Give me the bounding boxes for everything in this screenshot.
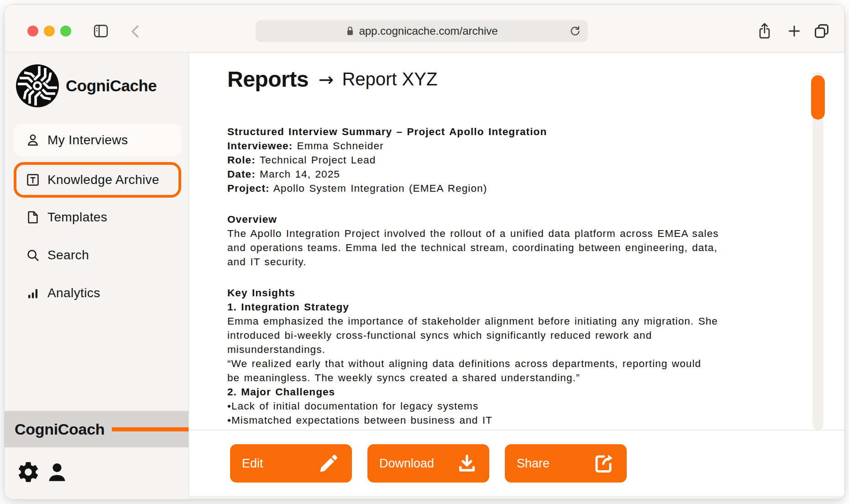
sidebar-item-label: Search [47, 248, 89, 262]
download-button[interactable]: Download [367, 444, 489, 483]
doc-text-segment: Emma emphasized the importance of stakeh… [227, 315, 718, 327]
sidebar: CogniCache My Interviews [5, 53, 189, 499]
close-window-button[interactable] [27, 26, 38, 37]
sidebar-toggle-icon[interactable] [93, 24, 109, 38]
doc-line: Date: March 14, 2025 [227, 167, 798, 181]
reload-icon[interactable] [569, 25, 582, 37]
person-icon [26, 133, 40, 147]
doc-text-segment: Interviewee: [227, 140, 293, 152]
sidebar-item-label: Knowledge Archive [47, 173, 159, 187]
doc-line: Project: Apollo System Integration (EMEA… [227, 181, 798, 195]
doc-text-segment: Emma Schneider [293, 140, 383, 152]
doc-line: introduced bi-weekly cross-functional sy… [227, 328, 798, 342]
minimize-window-button[interactable] [44, 26, 55, 37]
sidebar-item-label: Analytics [47, 286, 100, 300]
breadcrumb-arrow-icon: → [319, 69, 334, 90]
share-button[interactable]: Share [505, 444, 627, 483]
doc-line: and operations teams. Emma led the techn… [227, 241, 798, 255]
doc-blank-line [227, 195, 798, 212]
window-bottom-strip [189, 496, 844, 499]
doc-line: 1. Integration Strategy [227, 300, 798, 314]
doc-line: Overview [227, 212, 798, 226]
browser-toolbar: app.cognicache.com/archive [5, 5, 844, 52]
doc-text-segment: and IT security. [227, 256, 306, 268]
back-button[interactable] [129, 25, 142, 38]
tab-overview-icon[interactable] [812, 22, 831, 40]
zoom-window-button[interactable] [60, 26, 71, 37]
doc-line: misunderstandings. [227, 342, 798, 357]
account-person-icon[interactable] [46, 461, 68, 484]
doc-text-segment: introduced bi-weekly cross-functional sy… [227, 330, 652, 341]
sidebar-item-analytics[interactable]: Analytics [14, 277, 181, 309]
doc-blank-line [227, 269, 798, 286]
sidebar-item-templates[interactable]: Templates [14, 201, 181, 233]
doc-text-segment: Project: [227, 183, 270, 194]
doc-text-segment: Role: [227, 154, 256, 166]
doc-text-segment: •Lack of initial documentation for legac… [227, 400, 478, 412]
doc-line: Interviewee: Emma Schneider [227, 139, 798, 153]
main-content: Reports → Report XYZ Structured Intervie… [189, 53, 844, 499]
sidebar-item-search[interactable]: Search [14, 239, 181, 271]
share-button-label: Share [517, 457, 550, 471]
doc-text-segment: Overview [227, 214, 277, 225]
lock-icon [346, 26, 355, 37]
doc-text-segment: misunderstandings. [227, 344, 325, 355]
edit-button[interactable]: Edit [230, 444, 352, 483]
sidebar-item-label: My Interviews [47, 133, 128, 147]
pencil-icon [317, 452, 340, 475]
cognicoach-label: CogniCoach [15, 420, 105, 438]
url-text: app.cognicache.com/archive [359, 25, 498, 37]
sidebar-footer-icons [16, 460, 68, 484]
app-brand: CogniCache [15, 63, 157, 109]
doc-text-segment: “We realized early that without aligning… [227, 358, 701, 369]
app-brand-name: CogniCache [66, 77, 157, 95]
doc-line: Emma emphasized the importance of stakeh… [227, 314, 798, 328]
sidebar-item-my-interviews[interactable]: My Interviews [14, 124, 181, 156]
doc-line: Role: Technical Project Lead [227, 153, 798, 167]
bar-chart-icon [26, 286, 40, 300]
doc-text-segment: and operations teams. Emma led the techn… [227, 242, 718, 253]
doc-line: “We realized early that without aligning… [227, 357, 798, 371]
cognicoach-banner: CogniCoach [5, 411, 189, 447]
doc-line: Structured Interview Summary – Project A… [227, 125, 798, 139]
doc-text-segment: The Apollo Integration Project involved … [227, 228, 719, 239]
doc-text-segment: Technical Project Lead [256, 154, 376, 166]
window-body: CogniCache My Interviews [5, 53, 844, 499]
sidebar-item-label: Templates [47, 210, 107, 225]
breadcrumb: Reports → Report XYZ [227, 67, 437, 92]
traffic-lights [27, 26, 71, 37]
doc-text-segment: 2. Major Challenges [227, 386, 335, 398]
scrollbar-thumb[interactable] [811, 75, 825, 120]
accent-divider-line [112, 427, 189, 431]
doc-line: 2. Major Challenges [227, 385, 798, 399]
document-icon [26, 210, 40, 225]
share-page-icon[interactable] [756, 22, 773, 40]
doc-line: The Apollo Integration Project involved … [227, 226, 798, 241]
doc-text-segment: Structured Interview Summary – Project A… [227, 126, 547, 137]
doc-text-segment: be meaningless. The weekly syncs created… [227, 372, 580, 383]
edit-button-label: Edit [242, 457, 263, 471]
doc-text-segment: •Mismatched expectations between busines… [227, 415, 493, 426]
doc-line: •Mismatched expectations between busines… [227, 413, 798, 427]
page-title: Report XYZ [342, 69, 437, 89]
cognicache-logo-icon [15, 63, 60, 109]
doc-line: and IT security. [227, 255, 798, 269]
new-tab-icon[interactable] [786, 23, 802, 39]
doc-text-segment: March 14, 2025 [256, 168, 340, 180]
settings-gear-icon[interactable] [16, 460, 40, 484]
doc-line: •Lack of initial documentation for legac… [227, 399, 798, 413]
document-body: Structured Interview Summary – Project A… [227, 125, 798, 427]
text-box-icon [26, 173, 40, 187]
sidebar-item-knowledge-archive[interactable]: Knowledge Archive [14, 162, 181, 198]
doc-line: Key Insights [227, 286, 798, 300]
breadcrumb-section[interactable]: Reports [227, 67, 309, 92]
download-button-label: Download [379, 457, 434, 471]
screenshot-page: app.cognicache.com/archive [0, 0, 849, 504]
doc-text-segment: Apollo System Integration (EMEA Region) [270, 183, 487, 194]
doc-text-segment: Key Insights [227, 287, 295, 299]
address-bar[interactable]: app.cognicache.com/archive [256, 20, 588, 42]
scrollbar-track[interactable] [812, 72, 823, 430]
share-icon [593, 452, 615, 474]
doc-line: be meaningless. The weekly syncs created… [227, 371, 798, 385]
magnifier-icon [26, 248, 40, 262]
